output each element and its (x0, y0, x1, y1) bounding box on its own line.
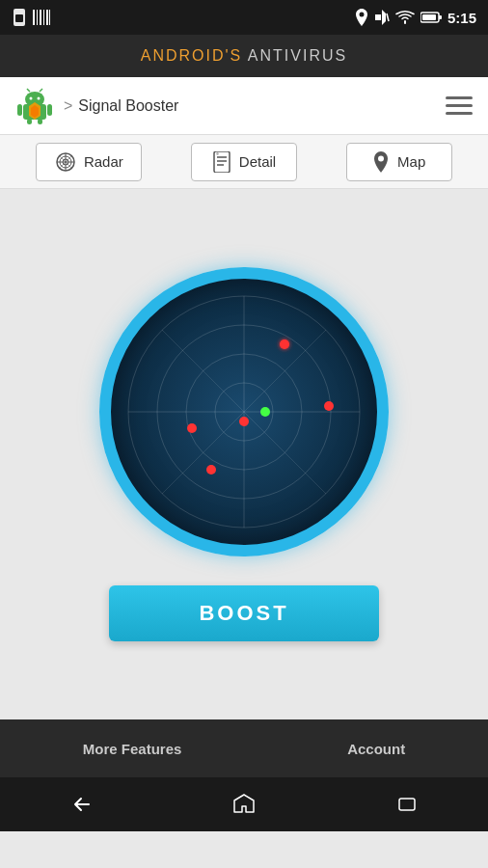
hamburger-line-3 (446, 112, 473, 115)
svg-rect-7 (49, 10, 50, 25)
svg-rect-11 (439, 15, 442, 19)
svg-rect-20 (47, 104, 52, 116)
svg-rect-2 (33, 10, 35, 25)
radar-screen (99, 267, 389, 556)
svg-rect-3 (37, 10, 38, 25)
status-bar-left (12, 9, 50, 26)
svg-rect-4 (40, 10, 41, 25)
svg-line-17 (27, 89, 30, 92)
svg-rect-5 (43, 10, 44, 25)
radar-display (99, 267, 389, 556)
app-title-bar: ANDROID'S ANTIVIRUS (0, 35, 488, 77)
boost-button[interactable]: BOOST (109, 585, 379, 641)
tab-detail[interactable]: Detail (191, 143, 297, 181)
battery-icon (420, 11, 442, 24)
tab-radar[interactable]: Radar (36, 143, 142, 181)
detail-icon (212, 151, 231, 173)
svg-point-34 (378, 155, 384, 161)
breadcrumb: > Signal Booster (64, 97, 178, 115)
status-bar: 5:15 (0, 0, 488, 35)
android-logo (15, 87, 54, 125)
tab-detail-label: Detail (239, 153, 276, 170)
bottom-nav: More Features Account (0, 719, 488, 777)
more-features-button[interactable]: More Features (83, 741, 182, 757)
svg-rect-8 (375, 14, 381, 20)
tab-bar: Radar Detail Map (0, 135, 488, 189)
svg-rect-19 (17, 104, 22, 116)
home-icon (232, 793, 256, 816)
barcode-icon (33, 10, 50, 25)
account-button[interactable]: Account (347, 741, 405, 757)
home-button[interactable] (230, 791, 258, 818)
header-left: > Signal Booster (15, 87, 178, 125)
tab-map[interactable]: Map (346, 143, 452, 181)
back-button[interactable] (68, 791, 95, 818)
svg-rect-6 (46, 10, 48, 25)
svg-point-46 (239, 417, 249, 426)
hamburger-line-2 (446, 104, 473, 107)
map-icon (372, 151, 390, 173)
title-antivirus: ANTIVIRUS (248, 47, 347, 64)
hamburger-line-1 (446, 96, 473, 99)
svg-point-47 (187, 423, 197, 433)
svg-rect-21 (27, 119, 32, 124)
svg-line-18 (40, 89, 42, 92)
location-icon (355, 9, 368, 26)
svg-line-9 (387, 14, 389, 21)
tab-map-label: Map (397, 153, 425, 170)
breadcrumb-text: Signal Booster (78, 97, 178, 115)
svg-rect-50 (399, 799, 415, 810)
radar-icon (55, 151, 76, 173)
back-arrow-icon (69, 793, 93, 816)
hamburger-menu-button[interactable] (446, 96, 473, 115)
svg-rect-30 (214, 151, 230, 173)
recents-button[interactable] (393, 791, 420, 818)
svg-marker-49 (234, 795, 254, 812)
main-content: BOOST (0, 189, 488, 719)
breadcrumb-arrow: > (64, 97, 72, 115)
title-android: ANDROID'S (141, 47, 243, 64)
sim-icon (12, 9, 27, 26)
svg-point-44 (324, 401, 334, 411)
mute-icon (374, 9, 390, 26)
svg-point-15 (30, 96, 33, 99)
app-title: ANDROID'S ANTIVIRUS (141, 47, 347, 65)
system-nav-bar (0, 777, 488, 831)
svg-rect-1 (15, 14, 23, 22)
recents-icon (395, 793, 419, 816)
svg-point-16 (38, 96, 41, 99)
radar-grid-svg (111, 279, 377, 545)
svg-point-48 (206, 465, 216, 475)
wifi-icon (395, 10, 415, 25)
svg-point-45 (260, 407, 270, 417)
status-bar-right: 5:15 (355, 9, 476, 26)
status-time: 5:15 (447, 10, 476, 26)
svg-rect-12 (422, 14, 436, 20)
svg-point-43 (280, 339, 289, 349)
tab-radar-label: Radar (84, 153, 123, 170)
header: > Signal Booster (0, 77, 488, 135)
svg-rect-22 (38, 119, 42, 124)
